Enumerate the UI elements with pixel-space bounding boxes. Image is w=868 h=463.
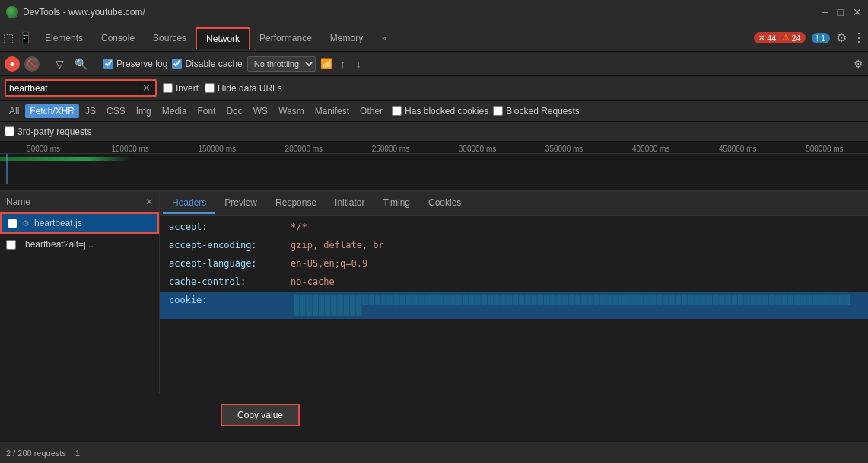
- tick-9: 500000 ms: [781, 145, 868, 153]
- tick-1: 100000 ms: [87, 145, 173, 153]
- clear-search-button[interactable]: ✕: [141, 82, 152, 94]
- inspect-icon-button[interactable]: ⬚: [3, 31, 14, 45]
- header-accept-encoding: accept-encoding: gzip, deflate, br: [160, 237, 868, 255]
- type-font[interactable]: Font: [192, 104, 220, 118]
- hide-urls-checkbox[interactable]: [205, 83, 215, 93]
- throttle-select[interactable]: No throttling Fast 3G Slow 3G Offline: [247, 56, 316, 72]
- filter-button[interactable]: ▽: [52, 56, 67, 72]
- size-info: 1: [75, 449, 80, 458]
- request-checkbox-0[interactable]: [8, 219, 17, 228]
- tab-timing[interactable]: Timing: [374, 193, 419, 214]
- blocked-requests-text: Blocked Requests: [506, 106, 580, 117]
- restore-button[interactable]: □: [838, 6, 844, 18]
- tab-preview[interactable]: Preview: [215, 193, 266, 214]
- tab-cookies[interactable]: Cookies: [419, 193, 470, 214]
- preserve-log-checkbox[interactable]: [103, 59, 113, 69]
- header-accept-language: accept-language: en-US,en;q=0.9: [160, 255, 868, 273]
- type-css[interactable]: CSS: [102, 104, 130, 118]
- devtools-more-button[interactable]: ⋮: [853, 30, 865, 45]
- network-settings-button[interactable]: ⚙: [854, 58, 863, 70]
- blocked-requests-checkbox[interactable]: [493, 106, 503, 116]
- type-fetch-xhr[interactable]: Fetch/XHR: [25, 104, 79, 118]
- requests-count: 2 / 200 requests: [6, 449, 66, 458]
- copy-value-popup[interactable]: Copy value: [221, 404, 300, 426]
- header-key-accept: accept:: [169, 222, 291, 232]
- type-manifest[interactable]: Manifest: [310, 104, 354, 118]
- type-wasm[interactable]: Wasm: [274, 104, 309, 118]
- tick-0: 50000 ms: [0, 145, 87, 153]
- devtools-icon: [6, 6, 18, 18]
- tick-6: 350000 ms: [521, 145, 608, 153]
- tick-7: 400000 ms: [608, 145, 695, 153]
- type-ws[interactable]: WS: [249, 104, 272, 118]
- hide-urls-label[interactable]: Hide data URLs: [205, 83, 282, 94]
- toolbar-separator-1: [46, 57, 46, 71]
- third-party-text: 3rd-party requests: [17, 126, 91, 137]
- header-cookie: cookie: ████████████████████████████████…: [160, 292, 868, 319]
- tab-memory[interactable]: Memory: [321, 28, 372, 48]
- search-button[interactable]: 🔍: [72, 56, 91, 72]
- search-input[interactable]: [9, 83, 141, 94]
- close-panel-button[interactable]: ✕: [145, 196, 153, 207]
- tab-response[interactable]: Response: [266, 193, 326, 214]
- disable-cache-checkbox[interactable]: [172, 59, 182, 69]
- invert-checkbox[interactable]: [163, 83, 173, 93]
- headers-content: accept: */* accept-encoding: gzip, defla…: [160, 216, 868, 393]
- type-img[interactable]: Img: [132, 104, 156, 118]
- tab-performance[interactable]: Performance: [250, 28, 321, 48]
- tab-more[interactable]: »: [372, 28, 396, 48]
- disable-cache-label[interactable]: Disable cache: [172, 59, 242, 69]
- type-other[interactable]: Other: [355, 104, 387, 118]
- request-item-heartbeat-alt[interactable]: heartbeat?alt=j...: [0, 234, 159, 255]
- toolbar-separator-2: [97, 57, 97, 71]
- request-item-heartbeat-js[interactable]: ⚙ heartbeat.js: [0, 212, 159, 234]
- minimize-button[interactable]: −: [822, 6, 828, 18]
- type-doc[interactable]: Doc: [221, 104, 246, 118]
- blocked-requests-label[interactable]: Blocked Requests: [493, 106, 580, 117]
- has-blocked-cookies-checkbox[interactable]: [392, 106, 402, 116]
- timeline-cursor: [6, 154, 8, 184]
- tab-initiator[interactable]: Initiator: [326, 193, 374, 214]
- request-list-header: Name ✕: [0, 191, 159, 212]
- request-name-1: heartbeat?alt=j...: [25, 239, 94, 250]
- title-bar-controls: − □ ✕: [822, 6, 862, 18]
- record-button[interactable]: ●: [5, 56, 20, 72]
- has-blocked-cookies-label[interactable]: Has blocked cookies: [392, 106, 488, 117]
- gear-req-icon: ⚙: [22, 219, 30, 228]
- header-val-cache-control: no-cache: [291, 276, 859, 287]
- devtools-settings-button[interactable]: ⚙: [836, 30, 847, 45]
- type-js[interactable]: JS: [81, 104, 100, 118]
- timeline-bar-area: [0, 154, 868, 184]
- header-cache-control: cache-control: no-cache: [160, 273, 868, 292]
- invert-label[interactable]: Invert: [163, 83, 199, 94]
- tab-elements[interactable]: Elements: [36, 28, 92, 48]
- stop-button[interactable]: 🚫: [24, 56, 40, 72]
- type-media[interactable]: Media: [157, 104, 192, 118]
- request-checkbox-1[interactable]: [6, 240, 16, 250]
- preserve-log-label[interactable]: Preserve log: [103, 59, 167, 69]
- warning-icon: ⚠: [782, 33, 790, 43]
- info-icon: !: [816, 34, 819, 43]
- export-button[interactable]: ↓: [353, 56, 364, 72]
- timeline-highlight: [0, 157, 868, 161]
- header-val-accept: */*: [291, 222, 859, 232]
- tab-headers[interactable]: Headers: [163, 193, 215, 214]
- close-button[interactable]: ✕: [853, 6, 862, 18]
- network-toolbar: ● 🚫 ▽ 🔍 Preserve log Disable cache No th…: [0, 52, 868, 76]
- disable-cache-text: Disable cache: [185, 59, 242, 69]
- import-button[interactable]: ↑: [337, 56, 348, 72]
- type-all[interactable]: All: [5, 104, 24, 118]
- tick-5: 300000 ms: [434, 145, 520, 153]
- device-icon-button[interactable]: 📱: [18, 31, 33, 45]
- preserve-log-text: Preserve log: [116, 59, 167, 69]
- tab-console[interactable]: Console: [92, 28, 144, 48]
- timeline-area[interactable]: 50000 ms 100000 ms 150000 ms 200000 ms 2…: [0, 142, 868, 191]
- third-party-checkbox-label[interactable]: 3rd-party requests: [5, 126, 91, 137]
- third-party-checkbox[interactable]: [5, 126, 14, 136]
- info-badge: ! 1: [812, 33, 830, 43]
- header-val-accept-encoding: gzip, deflate, br: [291, 240, 859, 251]
- tab-sources[interactable]: Sources: [144, 28, 196, 48]
- details-tabs: Headers Preview Response Initiator Timin…: [160, 191, 868, 216]
- error-badge: ✕ 44 ⚠ 24: [754, 32, 806, 43]
- tab-network[interactable]: Network: [196, 27, 250, 49]
